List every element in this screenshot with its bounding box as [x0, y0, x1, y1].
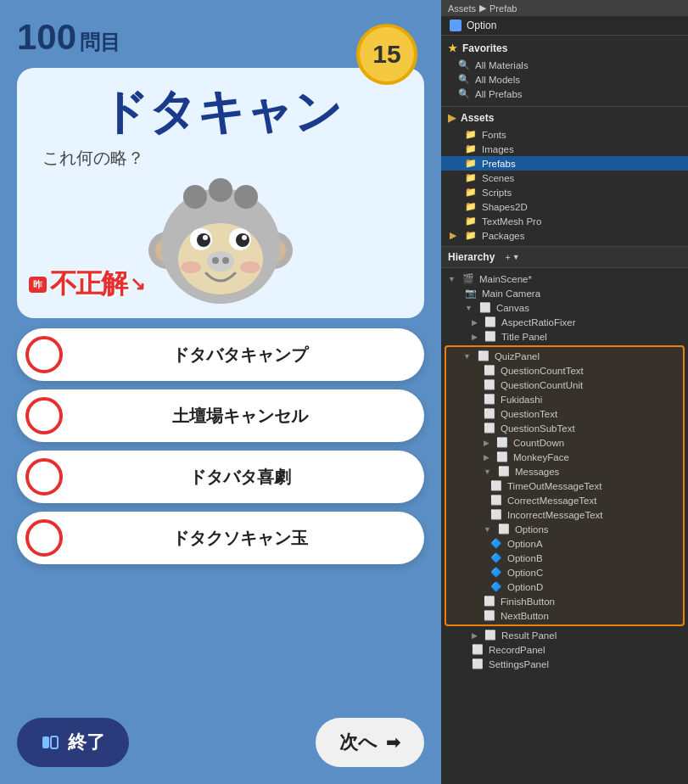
folder-icon-fonts: 📁: [465, 129, 477, 140]
hierarchy-option-b[interactable]: 🔷 OptionB: [446, 551, 683, 565]
star-icon: ★: [448, 42, 457, 54]
main-camera-label: Main Camera: [482, 288, 540, 299]
assets-images-label: Images: [482, 144, 514, 154]
svg-point-18: [209, 178, 232, 202]
hierarchy-option-d[interactable]: 🔷 OptionD: [446, 580, 683, 594]
next-btn-icon: ⬜: [484, 610, 495, 621]
left-panel: 100 問目 15 ドタキャン これ何の略？: [0, 0, 441, 784]
asset-option-item[interactable]: Option: [441, 16, 688, 35]
assets-shapes2d-label: Shapes2D: [482, 202, 528, 212]
hierarchy-question-text[interactable]: ⬜ QuestionText: [446, 406, 683, 421]
hierarchy-canvas[interactable]: ▼ ⬜ Canvas: [441, 300, 688, 315]
end-button[interactable]: 終了: [17, 718, 129, 767]
assets-images[interactable]: 📁 Images: [441, 142, 688, 156]
hierarchy-result-panel[interactable]: ▶ ⬜ Result Panel: [441, 628, 688, 642]
hierarchy-main-scene[interactable]: ▼ 🎬 MainScene*: [441, 272, 688, 286]
timer-value: 15: [372, 40, 400, 69]
favorites-panel: ★ Favorites 🔍 All Materials 🔍 All Models…: [441, 36, 688, 107]
svg-point-19: [234, 185, 258, 209]
messages-label: Messages: [515, 467, 559, 477]
hierarchy-title-panel[interactable]: ▶ ⬜ Title Panel: [441, 329, 688, 344]
incorrect-badge-icon: 昨: [29, 277, 47, 293]
favorites-all-materials[interactable]: 🔍 All Materials: [441, 58, 688, 72]
favorites-all-models[interactable]: 🔍 All Models: [441, 72, 688, 87]
hierarchy-question-count-text[interactable]: ⬜ QuestionCountText: [446, 363, 683, 378]
prefab-cube-icon: [450, 20, 461, 31]
options-toggle: ▼: [484, 525, 491, 534]
result-panel-label: Result Panel: [501, 630, 557, 641]
assets-packages[interactable]: ▶ 📁 Packages: [441, 228, 688, 243]
hierarchy-option-c[interactable]: 🔷 OptionC: [446, 565, 683, 580]
assets-prefabs[interactable]: 📁 Prefabs: [441, 156, 688, 171]
option-c-button[interactable]: ドタバタ喜劇: [17, 451, 424, 503]
canvas-toggle: ▼: [465, 304, 473, 312]
favorites-all-models-label: All Models: [475, 75, 520, 85]
hierarchy-options[interactable]: ▼ ⬜ Options: [446, 522, 683, 536]
messages-icon: ⬜: [498, 466, 510, 477]
monkey-face-label: MonkeyFace: [513, 452, 569, 462]
hierarchy-option-a[interactable]: 🔷 OptionA: [446, 536, 683, 551]
hierarchy-question-count-unit[interactable]: ⬜ QuestionCountUnit: [446, 378, 683, 392]
svg-point-12: [207, 251, 234, 272]
aspect-toggle: ▶: [472, 318, 478, 327]
qst-icon: ⬜: [484, 423, 495, 434]
hierarchy-incorrect-message[interactable]: ⬜ IncorrectMessageText: [446, 507, 683, 522]
search-icon: 🔍: [458, 59, 470, 70]
favorites-title: ★ Favorites: [441, 41, 688, 58]
hierarchy-fukidashi[interactable]: ⬜ Fukidashi: [446, 392, 683, 406]
title-panel-toggle: ▶: [472, 333, 478, 341]
fukidashi-icon: ⬜: [484, 394, 495, 405]
breadcrumb-prefab: Prefab: [489, 3, 517, 14]
next-button[interactable]: 次へ ➡: [316, 718, 424, 767]
option-a-button[interactable]: ドタバタキャンプ: [17, 328, 424, 381]
result-panel-toggle: ▶: [472, 631, 478, 640]
hierarchy-add-icon: +: [505, 252, 510, 262]
correct-message-label: CorrectMessageText: [507, 496, 596, 506]
quiz-panel-label: QuizPanel: [495, 351, 540, 361]
assets-label: Assets: [461, 112, 494, 124]
hierarchy-aspect-ratio-fixer[interactable]: ▶ ⬜ AspectRatioFixer: [441, 315, 688, 329]
option-a-text: ドタバタキャンプ: [76, 344, 404, 367]
timeout-message-label: TimeOutMessageText: [507, 481, 601, 491]
hierarchy-record-panel[interactable]: ⬜ RecordPanel: [441, 642, 688, 657]
favorites-all-prefabs[interactable]: 🔍 All Prefabs: [441, 87, 688, 101]
svg-point-9: [236, 233, 249, 247]
title-panel-icon: ⬜: [484, 331, 496, 342]
option-c-label: OptionC: [507, 568, 543, 578]
hierarchy-finish-button[interactable]: ⬜ FinishButton: [446, 594, 683, 608]
option-c-icon: 🔷: [490, 567, 502, 578]
quiz-panel-icon: ⬜: [478, 350, 489, 361]
hierarchy-main-camera[interactable]: 📷 Main Camera: [441, 286, 688, 300]
result-panel-icon: ⬜: [484, 630, 496, 641]
hierarchy-timeout-message[interactable]: ⬜ TimeOutMessageText: [446, 479, 683, 493]
hierarchy-question-sub-text[interactable]: ⬜ QuestionSubText: [446, 421, 683, 435]
assets-textmesh[interactable]: 📁 TextMesh Pro: [441, 214, 688, 228]
quiz-card: ドタキャン これ何の略？: [17, 68, 424, 318]
assets-scenes[interactable]: 📁 Scenes: [441, 171, 688, 185]
assets-fonts[interactable]: 📁 Fonts: [441, 127, 688, 142]
hierarchy-panel: Hierarchy + ▼ ▼ 🎬 MainScene* 📷 Main Came…: [441, 247, 688, 784]
quiz-panel-group: ▼ ⬜ QuizPanel ⬜ QuestionCountText ⬜ Ques…: [445, 345, 685, 626]
incorrect-arrow: ↘: [130, 273, 145, 295]
assets-scripts[interactable]: 📁 Scripts: [441, 185, 688, 199]
hierarchy-add-button[interactable]: + ▼: [505, 252, 519, 262]
svg-point-14: [222, 257, 229, 264]
hierarchy-tree: ▼ 🎬 MainScene* 📷 Main Camera ▼ ⬜ Canvas …: [441, 268, 688, 784]
option-a-label: OptionA: [507, 539, 543, 549]
hierarchy-quiz-panel[interactable]: ▼ ⬜ QuizPanel: [446, 349, 683, 363]
folder-icon-images: 📁: [465, 143, 477, 154]
option-b-button[interactable]: 土壇場キャンセル: [17, 389, 424, 442]
hierarchy-monkey-face[interactable]: ▶ ⬜ MonkeyFace: [446, 450, 683, 464]
assets-shapes2d[interactable]: 📁 Shapes2D: [441, 199, 688, 214]
quiz-subtitle: これ何の略？: [42, 147, 144, 170]
search-icon-3: 🔍: [458, 88, 470, 99]
option-c-text: ドタバタ喜劇: [76, 466, 404, 489]
main-scene-toggle: ▼: [448, 275, 456, 283]
hierarchy-countdown[interactable]: ▶ ⬜ CountDown: [446, 435, 683, 450]
hierarchy-settings-panel[interactable]: ⬜ SettingsPanel: [441, 657, 688, 671]
hierarchy-correct-message[interactable]: ⬜ CorrectMessageText: [446, 493, 683, 507]
option-a-icon: 🔷: [490, 538, 502, 549]
hierarchy-next-button[interactable]: ⬜ NextButton: [446, 608, 683, 623]
hierarchy-messages[interactable]: ▼ ⬜ Messages: [446, 464, 683, 479]
option-d-button[interactable]: ドタクソキャン玉: [17, 512, 424, 564]
